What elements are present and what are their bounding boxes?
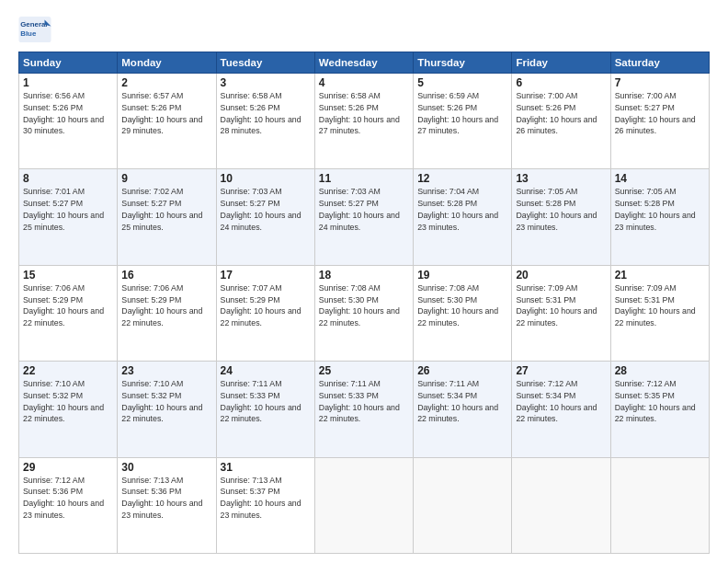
day-info: Sunrise: 7:11 AMSunset: 5:34 PMDaylight:… bbox=[417, 378, 507, 425]
day-number: 23 bbox=[121, 364, 211, 377]
empty-cell bbox=[610, 457, 709, 553]
day-cell: 6Sunrise: 7:00 AMSunset: 5:26 PMDaylight… bbox=[512, 74, 610, 169]
day-info: Sunrise: 7:08 AMSunset: 5:30 PMDaylight:… bbox=[417, 282, 507, 329]
day-info: Sunrise: 7:10 AMSunset: 5:32 PMDaylight:… bbox=[121, 378, 211, 425]
day-info: Sunrise: 7:03 AMSunset: 5:27 PMDaylight:… bbox=[221, 186, 311, 233]
day-number: 6 bbox=[516, 76, 606, 89]
day-cell: 3Sunrise: 6:58 AMSunset: 5:26 PMDaylight… bbox=[216, 74, 314, 169]
day-info: Sunrise: 7:04 AMSunset: 5:28 PMDaylight:… bbox=[417, 186, 507, 233]
day-number: 26 bbox=[417, 364, 507, 377]
day-cell: 1Sunrise: 6:56 AMSunset: 5:26 PMDaylight… bbox=[19, 74, 118, 169]
day-cell: 5Sunrise: 6:59 AMSunset: 5:26 PMDaylight… bbox=[414, 74, 512, 169]
calendar-week-row: 22Sunrise: 7:10 AMSunset: 5:32 PMDayligh… bbox=[19, 362, 710, 457]
day-info: Sunrise: 7:05 AMSunset: 5:28 PMDaylight:… bbox=[615, 186, 705, 233]
day-number: 3 bbox=[221, 76, 311, 89]
header-saturday: Saturday bbox=[610, 52, 709, 74]
day-info: Sunrise: 7:09 AMSunset: 5:31 PMDaylight:… bbox=[516, 282, 606, 329]
calendar-week-row: 15Sunrise: 7:06 AMSunset: 5:29 PMDayligh… bbox=[19, 265, 710, 361]
day-number: 15 bbox=[23, 269, 113, 282]
day-number: 8 bbox=[23, 172, 113, 185]
header-thursday: Thursday bbox=[414, 52, 512, 74]
calendar-week-row: 8Sunrise: 7:01 AMSunset: 5:27 PMDaylight… bbox=[19, 169, 710, 265]
day-cell: 18Sunrise: 7:08 AMSunset: 5:30 PMDayligh… bbox=[314, 265, 413, 361]
day-info: Sunrise: 7:03 AMSunset: 5:27 PMDaylight:… bbox=[319, 186, 409, 233]
day-info: Sunrise: 7:12 AMSunset: 5:34 PMDaylight:… bbox=[516, 378, 606, 425]
generalblue-logo-icon: General Blue bbox=[18, 17, 51, 42]
empty-cell bbox=[314, 457, 413, 553]
day-number: 2 bbox=[121, 76, 211, 89]
day-number: 12 bbox=[417, 172, 507, 185]
day-number: 21 bbox=[615, 269, 705, 282]
svg-text:Blue: Blue bbox=[20, 29, 37, 38]
day-info: Sunrise: 7:02 AMSunset: 5:27 PMDaylight:… bbox=[121, 186, 211, 233]
day-number: 19 bbox=[417, 269, 507, 282]
day-number: 16 bbox=[121, 269, 211, 282]
day-info: Sunrise: 6:58 AMSunset: 5:26 PMDaylight:… bbox=[221, 90, 311, 137]
day-info: Sunrise: 6:59 AMSunset: 5:26 PMDaylight:… bbox=[417, 90, 507, 137]
header-monday: Monday bbox=[118, 52, 216, 74]
day-info: Sunrise: 6:56 AMSunset: 5:26 PMDaylight:… bbox=[23, 90, 113, 137]
day-info: Sunrise: 7:07 AMSunset: 5:29 PMDaylight:… bbox=[221, 282, 311, 329]
day-cell: 16Sunrise: 7:06 AMSunset: 5:29 PMDayligh… bbox=[118, 265, 216, 361]
day-cell: 2Sunrise: 6:57 AMSunset: 5:26 PMDaylight… bbox=[118, 74, 216, 169]
day-number: 20 bbox=[516, 269, 606, 282]
day-number: 27 bbox=[516, 364, 606, 377]
day-info: Sunrise: 7:11 AMSunset: 5:33 PMDaylight:… bbox=[319, 378, 409, 425]
day-info: Sunrise: 7:06 AMSunset: 5:29 PMDaylight:… bbox=[121, 282, 211, 329]
day-cell: 31Sunrise: 7:13 AMSunset: 5:37 PMDayligh… bbox=[216, 457, 314, 553]
day-number: 22 bbox=[23, 364, 113, 377]
header-sunday: Sunday bbox=[19, 52, 118, 74]
calendar-table: SundayMondayTuesdayWednesdayThursdayFrid… bbox=[18, 52, 710, 554]
day-cell: 12Sunrise: 7:04 AMSunset: 5:28 PMDayligh… bbox=[414, 169, 512, 265]
logo: General Blue bbox=[18, 17, 57, 42]
day-number: 4 bbox=[319, 76, 409, 89]
day-number: 30 bbox=[121, 461, 211, 474]
day-cell: 20Sunrise: 7:09 AMSunset: 5:31 PMDayligh… bbox=[512, 265, 610, 361]
day-number: 13 bbox=[516, 172, 606, 185]
day-cell: 7Sunrise: 7:00 AMSunset: 5:27 PMDaylight… bbox=[610, 74, 709, 169]
day-info: Sunrise: 7:13 AMSunset: 5:36 PMDaylight:… bbox=[121, 475, 211, 522]
day-number: 29 bbox=[23, 461, 113, 474]
day-info: Sunrise: 7:12 AMSunset: 5:36 PMDaylight:… bbox=[23, 475, 113, 522]
day-cell: 8Sunrise: 7:01 AMSunset: 5:27 PMDaylight… bbox=[19, 169, 118, 265]
day-cell: 25Sunrise: 7:11 AMSunset: 5:33 PMDayligh… bbox=[314, 362, 413, 457]
day-cell: 9Sunrise: 7:02 AMSunset: 5:27 PMDaylight… bbox=[118, 169, 216, 265]
day-info: Sunrise: 7:11 AMSunset: 5:33 PMDaylight:… bbox=[221, 378, 311, 425]
day-number: 10 bbox=[221, 172, 311, 185]
header: General Blue bbox=[18, 17, 710, 42]
day-cell: 29Sunrise: 7:12 AMSunset: 5:36 PMDayligh… bbox=[19, 457, 118, 553]
day-cell: 17Sunrise: 7:07 AMSunset: 5:29 PMDayligh… bbox=[216, 265, 314, 361]
day-cell: 21Sunrise: 7:09 AMSunset: 5:31 PMDayligh… bbox=[610, 265, 709, 361]
day-info: Sunrise: 7:09 AMSunset: 5:31 PMDaylight:… bbox=[615, 282, 705, 329]
day-cell: 23Sunrise: 7:10 AMSunset: 5:32 PMDayligh… bbox=[118, 362, 216, 457]
day-info: Sunrise: 7:00 AMSunset: 5:27 PMDaylight:… bbox=[615, 90, 705, 137]
day-number: 1 bbox=[23, 76, 113, 89]
calendar-header-row: SundayMondayTuesdayWednesdayThursdayFrid… bbox=[19, 52, 710, 74]
day-number: 5 bbox=[417, 76, 507, 89]
header-tuesday: Tuesday bbox=[216, 52, 314, 74]
header-wednesday: Wednesday bbox=[314, 52, 413, 74]
calendar-week-row: 1Sunrise: 6:56 AMSunset: 5:26 PMDaylight… bbox=[19, 74, 710, 169]
day-info: Sunrise: 7:00 AMSunset: 5:26 PMDaylight:… bbox=[516, 90, 606, 137]
day-cell: 13Sunrise: 7:05 AMSunset: 5:28 PMDayligh… bbox=[512, 169, 610, 265]
day-info: Sunrise: 7:08 AMSunset: 5:30 PMDaylight:… bbox=[319, 282, 409, 329]
day-number: 17 bbox=[221, 269, 311, 282]
day-cell: 26Sunrise: 7:11 AMSunset: 5:34 PMDayligh… bbox=[414, 362, 512, 457]
day-number: 9 bbox=[121, 172, 211, 185]
day-number: 31 bbox=[221, 461, 311, 474]
day-info: Sunrise: 7:13 AMSunset: 5:37 PMDaylight:… bbox=[221, 475, 311, 522]
day-info: Sunrise: 7:06 AMSunset: 5:29 PMDaylight:… bbox=[23, 282, 113, 329]
day-cell: 15Sunrise: 7:06 AMSunset: 5:29 PMDayligh… bbox=[19, 265, 118, 361]
day-number: 14 bbox=[615, 172, 705, 185]
day-number: 28 bbox=[615, 364, 705, 377]
day-cell: 30Sunrise: 7:13 AMSunset: 5:36 PMDayligh… bbox=[118, 457, 216, 553]
day-cell: 28Sunrise: 7:12 AMSunset: 5:35 PMDayligh… bbox=[610, 362, 709, 457]
day-number: 25 bbox=[319, 364, 409, 377]
day-info: Sunrise: 7:05 AMSunset: 5:28 PMDaylight:… bbox=[516, 186, 606, 233]
header-friday: Friday bbox=[512, 52, 610, 74]
calendar-page: General Blue SundayMondayTuesdayWednesda… bbox=[0, 0, 728, 563]
day-cell: 10Sunrise: 7:03 AMSunset: 5:27 PMDayligh… bbox=[216, 169, 314, 265]
day-cell: 11Sunrise: 7:03 AMSunset: 5:27 PMDayligh… bbox=[314, 169, 413, 265]
day-number: 24 bbox=[221, 364, 311, 377]
day-info: Sunrise: 6:58 AMSunset: 5:26 PMDaylight:… bbox=[319, 90, 409, 137]
